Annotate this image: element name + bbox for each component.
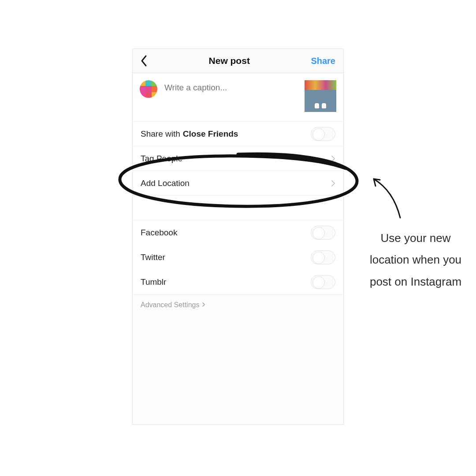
advanced-settings-link[interactable]: Advanced Settings: [133, 295, 343, 315]
location-suggestions: [133, 196, 343, 220]
tag-people-label: Tag People: [141, 154, 182, 164]
share-tumblr-row[interactable]: Tumblr: [133, 270, 343, 294]
chevron-right-icon: [331, 155, 335, 162]
close-friends-toggle[interactable]: [311, 127, 335, 141]
caption-row: [133, 73, 343, 122]
close-friends-label: Close Friends: [183, 129, 238, 139]
back-icon[interactable]: [141, 55, 148, 67]
post-thumbnail[interactable]: [305, 80, 336, 112]
share-button[interactable]: Share: [311, 56, 335, 66]
chevron-right-icon: [202, 301, 205, 309]
add-location-row[interactable]: Add Location: [133, 171, 343, 196]
annotation-arrow-icon: [369, 174, 405, 222]
add-location-label: Add Location: [141, 178, 190, 188]
tumblr-label: Tumblr: [141, 277, 166, 287]
advanced-settings-label: Advanced Settings: [141, 301, 199, 309]
avatar[interactable]: [140, 80, 157, 98]
tumblr-toggle[interactable]: [311, 275, 335, 289]
chevron-right-icon: [331, 180, 335, 187]
facebook-label: Facebook: [141, 228, 177, 238]
share-twitter-row[interactable]: Twitter: [133, 245, 343, 270]
phone-frame: New post Share Share with Close Friends …: [132, 48, 344, 425]
twitter-toggle[interactable]: [311, 250, 335, 264]
header-bar: New post Share: [133, 49, 343, 73]
annotation-note: Use your new location when you post on I…: [369, 227, 462, 293]
facebook-toggle[interactable]: [311, 226, 335, 240]
share-close-friends-row[interactable]: Share with Close Friends: [133, 122, 343, 146]
tag-people-row[interactable]: Tag People: [133, 146, 343, 171]
share-facebook-row[interactable]: Facebook: [133, 220, 343, 245]
share-with-label: Share with: [141, 129, 180, 139]
twitter-label: Twitter: [141, 253, 165, 262]
caption-input[interactable]: [164, 80, 298, 93]
share-targets: Facebook Twitter Tumblr: [133, 220, 343, 295]
page-title: New post: [209, 56, 250, 66]
